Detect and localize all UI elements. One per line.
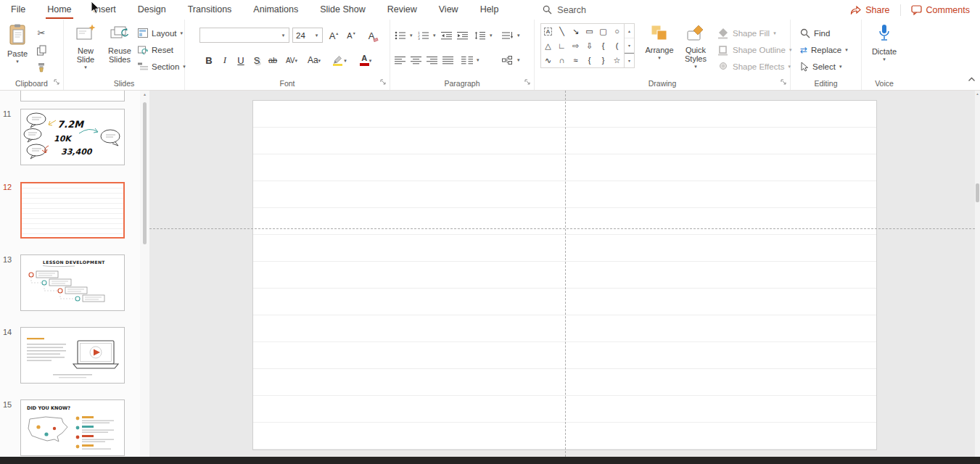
shape-outline-button[interactable]: Shape Outline ▾ <box>717 43 791 57</box>
dictate-button[interactable]: Dictate ▾ <box>868 21 901 62</box>
shape-cell-star[interactable]: ☆ <box>610 53 624 67</box>
font-name-input[interactable] <box>200 28 278 42</box>
canvas-scrollbar-thumb[interactable] <box>976 183 979 202</box>
shape-cell-scribble[interactable]: ∿ <box>541 53 555 67</box>
bullets-button[interactable]: ▾ <box>395 28 413 42</box>
shape-cell-elbow-connector[interactable]: ∟ <box>555 38 569 53</box>
clear-formatting-button[interactable]: A <box>363 28 379 44</box>
shape-cell-oval[interactable]: ○ <box>610 24 624 38</box>
reset-button[interactable]: Reset <box>138 43 173 57</box>
shape-effects-button[interactable]: Shape Effects ▾ <box>717 59 791 73</box>
menu-slideshow[interactable]: Slide Show <box>309 0 376 20</box>
convert-smartart-button[interactable]: ▾ <box>502 53 520 67</box>
text-direction-button[interactable]: ▾ <box>502 28 520 42</box>
select-button[interactable]: Select ▾ <box>800 59 841 73</box>
panel-scrollbar[interactable]: ▴ <box>140 91 149 457</box>
shape-cell-arrow-line[interactable]: ↘ <box>569 24 582 38</box>
shape-cell-triangle[interactable]: △ <box>541 38 555 53</box>
clipboard-dialog-launcher[interactable] <box>53 78 61 86</box>
align-center-button[interactable] <box>411 53 422 67</box>
gallery-more-button[interactable]: ▾ <box>625 53 634 67</box>
shape-fill-button[interactable]: Shape Fill ▾ <box>717 26 776 40</box>
vertical-guide[interactable] <box>565 91 566 457</box>
text-shadow-button[interactable]: S <box>249 52 265 68</box>
menu-design[interactable]: Design <box>127 0 177 20</box>
find-button[interactable]: Find <box>800 26 830 40</box>
layout-button[interactable]: Layout ▾ <box>138 26 183 40</box>
font-color-button[interactable]: A ▾ <box>355 52 376 68</box>
shape-cell-freeform[interactable]: ≈ <box>569 53 582 67</box>
italic-button[interactable]: I <box>217 52 233 68</box>
menu-file[interactable]: File <box>0 0 36 20</box>
underline-button[interactable]: U <box>233 52 249 68</box>
shape-cell-rectangle[interactable]: ▭ <box>582 24 596 38</box>
font-dialog-launcher[interactable] <box>379 78 387 86</box>
line-spacing-button[interactable]: ▾ <box>474 28 493 42</box>
shape-cell-brace-left[interactable]: { <box>582 53 596 67</box>
thumbnail-partial-slide10[interactable] <box>20 91 125 102</box>
strikethrough-button[interactable]: ab <box>265 52 281 68</box>
font-name-caret[interactable]: ▾ <box>278 28 289 42</box>
align-left-button[interactable] <box>395 53 406 67</box>
menu-view[interactable]: View <box>428 0 469 20</box>
quick-styles-button[interactable]: Quick Styles ▾ <box>678 21 713 70</box>
menu-home[interactable]: Home <box>36 0 82 20</box>
shape-cell-rounded-rectangle[interactable]: ▢ <box>596 24 610 38</box>
character-spacing-button[interactable]: AV▾ <box>281 52 302 68</box>
menu-help[interactable]: Help <box>469 0 510 20</box>
gallery-scroll-up[interactable]: ▴ <box>625 24 634 38</box>
thumbnail-slide-12-selected[interactable] <box>20 182 125 239</box>
highlight-button[interactable]: ▾ <box>329 52 350 68</box>
share-button[interactable]: Share <box>840 5 899 15</box>
shape-cell-brace-right[interactable]: } <box>596 53 610 67</box>
horizontal-guide[interactable] <box>149 228 975 229</box>
section-button[interactable]: Section ▾ <box>138 59 186 73</box>
replace-button[interactable]: ⇄ Replace ▾ <box>800 43 848 57</box>
shape-cell-textbox[interactable]: A <box>541 24 555 38</box>
new-slide-button[interactable]: New Slide ▾ <box>70 21 102 70</box>
shape-cell-arc[interactable]: ∩ <box>555 53 569 67</box>
shape-cell-paren[interactable]: ( <box>610 38 624 53</box>
paragraph-dialog-launcher[interactable] <box>524 78 532 86</box>
shape-cell-brace[interactable]: { <box>596 38 610 53</box>
panel-scroll-up-arrow[interactable]: ▴ <box>140 91 149 96</box>
comments-button[interactable]: Comments <box>901 5 980 15</box>
shape-cell-arrow-right[interactable]: ⇨ <box>569 38 582 53</box>
search-box[interactable]: Search <box>543 0 586 20</box>
font-size-caret[interactable]: ▾ <box>311 28 322 42</box>
paste-button[interactable]: Paste ▾ <box>3 21 32 65</box>
font-size-input[interactable] <box>293 28 311 42</box>
columns-button[interactable]: ▾ <box>461 53 479 67</box>
menu-transitions[interactable]: Transitions <box>177 0 243 20</box>
menu-review[interactable]: Review <box>376 0 428 20</box>
drawing-dialog-launcher[interactable] <box>780 78 788 86</box>
decrease-indent-button[interactable] <box>441 28 453 42</box>
shape-cell-line[interactable]: ╲ <box>555 24 569 38</box>
grow-font-button[interactable]: A▴ <box>326 28 342 44</box>
canvas-scroll-up-arrow[interactable]: ▴ <box>975 91 980 96</box>
font-name-combo[interactable]: ▾ <box>199 28 289 43</box>
thumbnail-slide-11[interactable]: 7.2M 10K 33,400 <box>20 109 125 165</box>
font-size-combo[interactable]: ▾ <box>292 28 323 43</box>
panel-scrollbar-thumb[interactable] <box>143 102 147 244</box>
align-right-button[interactable] <box>427 53 438 67</box>
reuse-slides-button[interactable]: Reuse Slides <box>103 21 136 64</box>
menu-insert[interactable]: Insert <box>83 0 127 20</box>
collapse-ribbon-button[interactable] <box>968 72 976 85</box>
cut-button[interactable]: ✂ <box>33 25 49 40</box>
shape-cell-arrow-down[interactable]: ⇩ <box>582 38 596 53</box>
menu-animations[interactable]: Animations <box>242 0 309 20</box>
arrange-button[interactable]: Arrange ▾ <box>642 21 677 61</box>
thumbnail-slide-14[interactable] <box>20 327 125 384</box>
change-case-button[interactable]: Aa▾ <box>304 52 324 68</box>
thumbnail-slide-15[interactable]: DID YOU KNOW? <box>20 399 125 456</box>
thumbnail-slide-13[interactable]: LESSON DEVELOPMENT <box>20 254 125 311</box>
canvas-scrollbar[interactable]: ▴ <box>975 91 980 457</box>
bold-button[interactable]: B <box>201 52 217 68</box>
shrink-font-button[interactable]: A▾ <box>343 28 359 44</box>
increase-indent-button[interactable] <box>457 28 469 42</box>
copy-button[interactable] <box>33 43 49 57</box>
justify-button[interactable] <box>442 53 454 67</box>
numbering-button[interactable]: 123 ▾ <box>418 28 436 42</box>
gallery-scroll-down[interactable]: ▾ <box>625 38 634 53</box>
